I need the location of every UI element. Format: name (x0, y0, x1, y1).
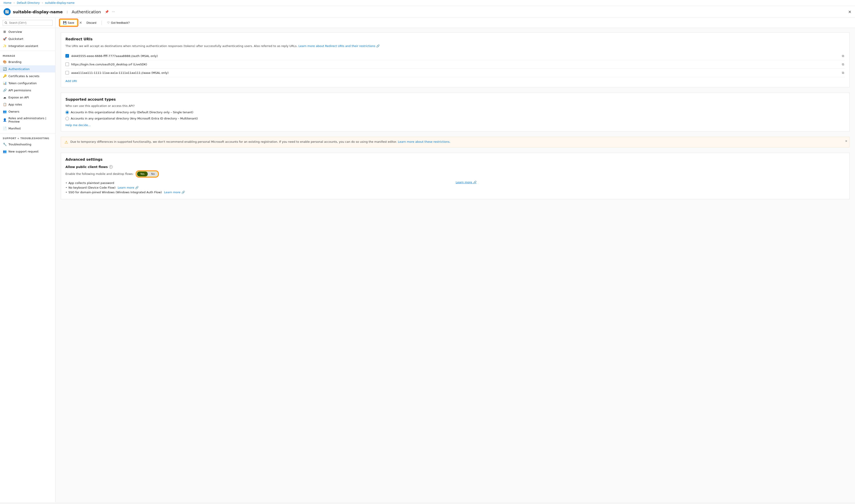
warning-learn-more-link[interactable]: Learn more about these restrictions. (398, 140, 451, 143)
account-types-title: Supported account types (66, 97, 845, 102)
warning-icon: ⚠ (65, 140, 68, 144)
toggle-description: Enable the following mobile and desktop … (66, 172, 134, 176)
help-me-decide-link[interactable]: Help me decide... (66, 123, 91, 127)
warning-close-button[interactable]: × (845, 139, 847, 143)
list-item-device-code: No keyboard (Device Code Flow) Learn mor… (66, 185, 455, 190)
sidebar-item-label: Token configuration (8, 82, 37, 85)
feedback-label: Got feedback? (111, 21, 130, 24)
app-name: suitable-display-name (13, 10, 63, 14)
info-icon[interactable]: i (109, 165, 113, 169)
toggle-no-option[interactable]: No (148, 172, 158, 176)
token-config-icon: 📊 (3, 81, 7, 85)
sidebar-item-label: Integration assistant (8, 44, 38, 48)
sidebar-item-authentication[interactable]: 🔄 Authentication (0, 66, 55, 72)
sidebar-item-label: Owners (8, 110, 19, 113)
sidebar-item-owners[interactable]: 👥 Owners (0, 108, 55, 115)
sidebar-item-manifest[interactable]: 📄 Manifest (0, 125, 55, 132)
redirect-uris-title: Redirect URIs (66, 37, 845, 41)
uri-checkbox-2[interactable] (66, 62, 69, 66)
redirect-uris-desc: The URIs we will accept as destinations … (66, 44, 845, 48)
copy-uri-3-button[interactable]: ⧉ (841, 71, 845, 75)
overview-icon: ⊞ (3, 30, 7, 34)
main-content: 💾 Save ✕ Discard ♡ Got feedback? Redirec… (55, 18, 855, 502)
app-roles-icon: 📋 (3, 102, 7, 106)
radio-single-tenant[interactable]: Accounts in this organizational director… (66, 109, 845, 115)
breadcrumb-home[interactable]: Home (3, 1, 11, 4)
uri-text-1: 44445555-eeee-6666-ffff-7777aaaa8888://a… (71, 54, 839, 58)
toggle-switch[interactable]: Yes No (136, 171, 158, 177)
pin-icon[interactable]: 📌 (105, 10, 109, 14)
feedback-button[interactable]: ♡ Got feedback? (104, 20, 133, 25)
learn-more-plaintext: Learn more 🔗 (456, 181, 845, 195)
plaintext-learn-more-link[interactable]: Learn more 🔗 (456, 181, 477, 184)
app-icon: 🔄 (3, 8, 11, 15)
sidebar-item-token-config[interactable]: 📊 Token configuration (0, 79, 55, 87)
toggle-row: Enable the following mobile and desktop … (66, 171, 845, 177)
sidebar-item-troubleshooting[interactable]: 🔧 Troubleshooting (0, 141, 55, 148)
sidebar-item-roles-admins[interactable]: 👤 Roles and administrators | Preview (0, 115, 55, 125)
radio-multi-tenant-input[interactable] (66, 117, 69, 120)
save-button[interactable]: 💾 Save (60, 19, 77, 26)
integration-icon: ✨ (3, 44, 7, 48)
sidebar-item-label: Troubleshooting (8, 143, 31, 146)
toolbar: 💾 Save ✕ Discard ♡ Got feedback? (55, 18, 855, 28)
account-types-card: Supported account types Who can use this… (61, 93, 850, 131)
device-code-learn-more-link[interactable]: Learn more 🔗 (118, 186, 139, 189)
manifest-icon: 📄 (3, 126, 7, 130)
sidebar-item-label: API permissions (8, 89, 31, 92)
uri-checkbox-3[interactable] (66, 71, 69, 74)
search-input[interactable] (3, 20, 53, 26)
radio-multi-tenant[interactable]: Accounts in any organizational directory… (66, 115, 845, 122)
uri-item-3: aaaa111aa111-1111-11aa-aa1a-1111a11aa111… (66, 69, 845, 77)
save-label: Save (68, 21, 74, 24)
more-options-icon[interactable]: ··· (112, 10, 115, 14)
account-types-question: Who can use this application or access t… (66, 104, 845, 108)
save-icon: 💾 (63, 21, 67, 24)
sso-learn-more-link[interactable]: Learn more 🔗 (164, 191, 185, 194)
sidebar-item-label: Certificates & secrets (8, 74, 39, 78)
public-flows-list: App collects plaintext password No keybo… (66, 181, 455, 195)
page-title: Authentication (72, 10, 101, 14)
uri-text-2: https://login.live.com/oauth20_desktop.s… (71, 63, 839, 66)
uri-item-2: https://login.live.com/oauth20_desktop.s… (66, 60, 845, 69)
sidebar-item-api-permissions[interactable]: 🔗 API permissions (0, 87, 55, 94)
quickstart-icon: 🚀 (3, 37, 7, 41)
feedback-icon: ♡ (107, 21, 110, 24)
sidebar-item-app-roles[interactable]: 📋 App roles (0, 101, 55, 108)
sidebar-item-expose-api[interactable]: ☁ Expose an API (0, 94, 55, 101)
advanced-settings-title: Advanced settings (66, 157, 845, 162)
copy-uri-2-button[interactable]: ⧉ (841, 62, 845, 67)
allow-public-flows-title: Allow public client flows i (66, 165, 845, 169)
breadcrumb-app[interactable]: suitable-display-name (45, 1, 74, 4)
sidebar-item-certificates[interactable]: 🔑 Certificates & secrets (0, 72, 55, 79)
advanced-settings-card: Advanced settings Allow public client fl… (61, 153, 850, 199)
sidebar-item-label: Authentication (8, 67, 30, 71)
app-header: 🔄 suitable-display-name | Authentication… (0, 6, 855, 18)
manage-section-title: Manage (0, 52, 55, 58)
owners-icon: 👥 (3, 109, 7, 113)
add-uri-link[interactable]: Add URI (66, 79, 77, 83)
list-item-sso: SSO for domain-joined Windows (Windows I… (66, 190, 455, 195)
discard-icon[interactable]: ✕ (79, 21, 82, 25)
list-item-plaintext: App collects plaintext password (66, 181, 455, 185)
sidebar-item-new-support[interactable]: 👥 New support request (0, 148, 55, 155)
sidebar-item-quickstart[interactable]: 🚀 Quickstart (0, 35, 55, 42)
learn-more-uris-link[interactable]: Learn more about Redirect URIs and their… (298, 44, 380, 48)
toggle-yes-option[interactable]: Yes (137, 172, 147, 176)
radio-single-tenant-input[interactable] (66, 111, 69, 114)
uri-checkbox-1[interactable] (66, 54, 69, 58)
discard-button[interactable]: Discard (84, 20, 99, 25)
sidebar-item-integration[interactable]: ✨ Integration assistant (0, 42, 55, 50)
radio-single-tenant-label: Accounts in this organizational director… (71, 111, 193, 114)
breadcrumb-directory[interactable]: Default Directory (17, 1, 40, 4)
sidebar-item-label: New support request (8, 150, 39, 153)
troubleshooting-icon: 🔧 (3, 142, 7, 146)
close-icon[interactable]: ✕ (848, 10, 852, 14)
copy-uri-1-button[interactable]: ⧉ (841, 54, 845, 58)
radio-multi-tenant-label: Accounts in any organizational directory… (71, 117, 198, 120)
sidebar-item-branding[interactable]: 🎨 Branding (0, 58, 55, 66)
uri-text-3: aaaa111aa111-1111-11aa-aa1a-1111a11aa111… (71, 71, 839, 74)
redirect-uris-card: Redirect URIs The URIs we will accept as… (61, 32, 850, 87)
new-support-icon: 👥 (3, 149, 7, 154)
sidebar-item-overview[interactable]: ⊞ Overview (0, 28, 55, 35)
